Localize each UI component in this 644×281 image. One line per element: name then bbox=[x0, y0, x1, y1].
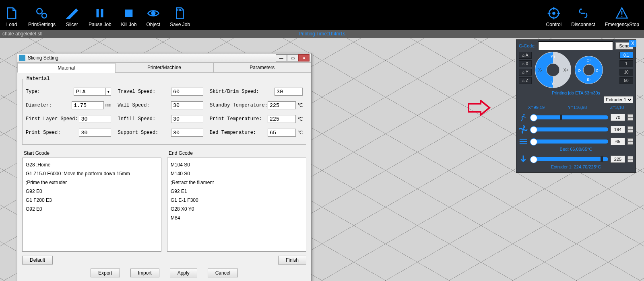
savejob-button[interactable]: Save Job bbox=[165, 6, 195, 30]
home-all-button[interactable]: ⌂ A bbox=[519, 52, 532, 59]
bed-slider[interactable] bbox=[530, 139, 608, 144]
speed-slider[interactable] bbox=[530, 115, 608, 119]
target-icon bbox=[547, 6, 561, 20]
coord-y: Y=116,98 bbox=[568, 105, 587, 110]
maximize-button[interactable]: ▭ bbox=[287, 54, 298, 62]
gcode-label: G-Code: bbox=[519, 43, 536, 48]
cancel-button[interactable]: Cancel bbox=[208, 269, 238, 277]
slicing-dialog: Slicing Setting — ▭ ✕ Material Printer/M… bbox=[17, 53, 312, 281]
temp-unit2: ℃ bbox=[297, 116, 303, 122]
diameter-input[interactable] bbox=[72, 101, 104, 109]
extruder-down-icon bbox=[519, 155, 528, 164]
extruder-slider[interactable] bbox=[530, 157, 608, 161]
killjob-button[interactable]: Kill Job bbox=[116, 6, 142, 30]
apply-button[interactable]: Apply bbox=[170, 269, 197, 277]
chevron-down-icon[interactable]: ▾ bbox=[106, 88, 111, 96]
home-y-button[interactable]: ⌂ Y bbox=[519, 69, 532, 76]
home-x-button[interactable]: ⌂ X bbox=[519, 60, 532, 67]
svg-rect-2 bbox=[97, 9, 99, 17]
standbytemp-label: Standby Temperature: bbox=[210, 103, 268, 108]
dialog-tabs: Material Printer/Machine Parameters bbox=[17, 63, 311, 73]
speed-value[interactable]: 70 bbox=[611, 114, 625, 121]
object-button[interactable]: Object bbox=[141, 6, 165, 30]
supportspeed-input[interactable] bbox=[171, 129, 203, 137]
bed-value[interactable]: 65 bbox=[611, 138, 625, 145]
fan-stepper[interactable]: ▲▼ bbox=[627, 126, 633, 133]
emergencystop-button[interactable]: EmergencyStop bbox=[600, 6, 644, 30]
bedtemp-label: Bed Temperature: bbox=[210, 130, 256, 135]
import-button[interactable]: Import bbox=[130, 269, 159, 277]
app-icon bbox=[19, 55, 25, 61]
disconnect-label: Disconnect bbox=[571, 22, 595, 27]
link-icon bbox=[576, 6, 590, 20]
svg-point-9 bbox=[547, 64, 559, 76]
step-1-button[interactable]: 1 bbox=[619, 60, 633, 67]
ze-jog-wheel[interactable]: E+ E- Z- Z+ bbox=[574, 52, 603, 88]
speed-slider-row: 70 ▲▼ bbox=[516, 111, 636, 123]
speed-stepper[interactable]: ▲▼ bbox=[627, 114, 633, 121]
infillspeed-label: Infill Speed: bbox=[118, 116, 155, 122]
extruder-status: Extruder 1: 224,70/225°C bbox=[516, 164, 636, 169]
svg-point-1 bbox=[42, 13, 47, 18]
finish-button[interactable]: Finish bbox=[278, 256, 306, 265]
printsettings-label: PrintSettings bbox=[28, 22, 56, 27]
travelspeed-input[interactable] bbox=[171, 88, 203, 96]
svg-text:Z+: Z+ bbox=[596, 68, 601, 72]
disconnect-button[interactable]: Disconnect bbox=[566, 6, 600, 30]
dialog-titlebar[interactable]: Slicing Setting — ▭ ✕ bbox=[17, 53, 311, 63]
emergencystop-label: EmergencyStop bbox=[605, 22, 639, 27]
printsettings-button[interactable]: PrintSettings bbox=[23, 6, 60, 30]
gcode-input[interactable] bbox=[538, 41, 613, 50]
xy-jog-wheel[interactable]: Y+ Y- X- X+ bbox=[535, 52, 571, 88]
type-select[interactable] bbox=[74, 88, 106, 96]
fan-value[interactable]: 194 bbox=[611, 126, 625, 133]
bedtemp-input[interactable] bbox=[268, 129, 296, 137]
step-50-button[interactable]: 50 bbox=[619, 77, 633, 84]
pausejob-button[interactable]: Pause Job bbox=[84, 6, 116, 30]
infillspeed-input[interactable] bbox=[171, 115, 203, 123]
tab-material[interactable]: Material bbox=[17, 63, 115, 73]
startgcode-textarea[interactable]: G28 ;Home G1 Z15.0 F6000 ;Move the platf… bbox=[22, 158, 161, 252]
knife-icon bbox=[65, 6, 79, 20]
default-button[interactable]: Default bbox=[22, 256, 53, 265]
svg-point-0 bbox=[37, 8, 42, 14]
material-legend: Material bbox=[26, 76, 51, 82]
sdcard-icon bbox=[173, 6, 187, 20]
stop-icon bbox=[122, 6, 136, 20]
printtemp-label: Print Temperature: bbox=[210, 116, 262, 122]
svg-point-14 bbox=[583, 64, 594, 76]
pause-icon bbox=[93, 6, 107, 20]
tab-printer[interactable]: Printer/Machine bbox=[115, 63, 213, 72]
wallspeed-input[interactable] bbox=[171, 101, 203, 109]
step-10-button[interactable]: 10 bbox=[619, 69, 633, 76]
minimize-button[interactable]: — bbox=[276, 54, 287, 62]
fan-slider[interactable] bbox=[530, 127, 608, 131]
step-0.1-button[interactable]: 0.1 bbox=[619, 52, 633, 59]
load-button[interactable]: Load bbox=[0, 6, 23, 30]
panel-close-button[interactable]: X bbox=[629, 40, 636, 47]
diameter-label: Diameter: bbox=[26, 103, 52, 108]
control-button[interactable]: Control bbox=[541, 6, 567, 30]
export-button[interactable]: Export bbox=[91, 269, 120, 277]
standbytemp-input[interactable] bbox=[268, 101, 296, 109]
skirtbrimspeed-input[interactable] bbox=[275, 88, 303, 96]
bed-stepper[interactable]: ▲▼ bbox=[627, 138, 633, 145]
close-button[interactable]: ✕ bbox=[298, 54, 310, 62]
temp-unit3: ℃ bbox=[297, 130, 303, 136]
extruder-value[interactable]: 225 bbox=[611, 156, 625, 163]
extruder-select[interactable]: Extruder 1 bbox=[604, 96, 633, 103]
file-strip: chale abgeleitet.stl Printing Time:1h4m1… bbox=[0, 30, 644, 38]
temp-unit: ℃ bbox=[297, 103, 303, 109]
extruder-stepper[interactable]: ▲▼ bbox=[627, 156, 633, 162]
tab-parameters[interactable]: Parameters bbox=[213, 63, 311, 72]
printspeed-input[interactable] bbox=[79, 129, 111, 137]
dialog-title: Slicing Setting bbox=[28, 55, 58, 61]
endgcode-textarea[interactable]: M104 S0 M140 S0 ;Retract the filament G9… bbox=[167, 158, 306, 252]
printtemp-input[interactable] bbox=[268, 115, 296, 123]
svg-point-7 bbox=[553, 12, 555, 14]
home-z-button[interactable]: ⌂ Z bbox=[519, 77, 532, 84]
fan-slider-row: 194 ▲▼ bbox=[516, 123, 636, 135]
firstlayerspeed-input[interactable] bbox=[79, 115, 111, 123]
slicer-button[interactable]: Slicer bbox=[60, 6, 84, 30]
svg-point-5 bbox=[152, 12, 155, 15]
